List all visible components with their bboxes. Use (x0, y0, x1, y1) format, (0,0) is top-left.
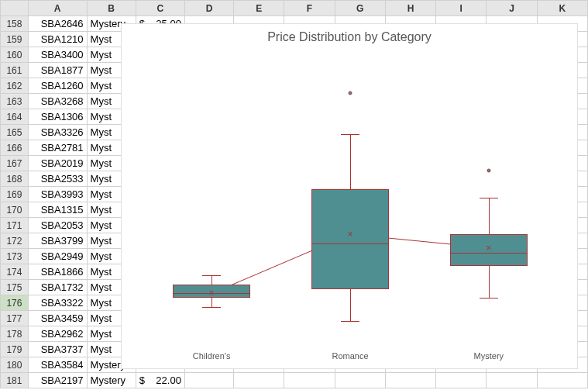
column-header-K[interactable]: K (537, 1, 587, 16)
row-header[interactable]: 179 (1, 342, 29, 357)
row-header[interactable]: 175 (1, 280, 29, 295)
whisker-lower-Romance (350, 289, 351, 321)
whisker-upper-Children's (211, 275, 212, 285)
cell-A181[interactable]: SBA2197 (28, 373, 87, 388)
cell-E181[interactable] (234, 373, 284, 388)
column-header-E[interactable]: E (234, 1, 284, 16)
mean-Children's: × (209, 288, 215, 299)
cell-A160[interactable]: SBA3400 (28, 47, 87, 63)
cell-J181[interactable] (487, 373, 537, 388)
row-header[interactable]: 168 (1, 171, 29, 187)
median-Romance (311, 243, 389, 244)
column-header-B[interactable]: B (87, 1, 136, 16)
outlier-Mystery-0 (487, 169, 490, 173)
cell-A159[interactable]: SBA1210 (28, 32, 87, 47)
cell-A164[interactable]: SBA1306 (28, 109, 87, 125)
cell-A171[interactable]: SBA2053 (28, 218, 87, 233)
column-header-J[interactable]: J (487, 1, 537, 16)
cell-A165[interactable]: SBA3326 (28, 125, 87, 140)
cell-A163[interactable]: SBA3268 (28, 94, 87, 109)
whisker-cap-lower-Children's (202, 307, 221, 308)
cell-A170[interactable]: SBA1315 (28, 202, 87, 218)
cell-A179[interactable]: SBA3737 (28, 342, 87, 357)
column-header-I[interactable]: I (436, 1, 487, 16)
cell-A176[interactable]: SBA3322 (28, 295, 87, 311)
whisker-cap-upper-Romance (341, 134, 359, 135)
cell-H181[interactable] (385, 373, 435, 388)
column-header-H[interactable]: H (385, 1, 435, 16)
row-header[interactable]: 169 (1, 187, 29, 202)
category-label-0: Children's (193, 351, 231, 361)
row-header[interactable]: 163 (1, 94, 29, 109)
cell-A174[interactable]: SBA1866 (28, 264, 87, 280)
cell-A180[interactable]: SBA3584 (28, 357, 87, 373)
whisker-cap-upper-Children's (202, 275, 221, 276)
row-header[interactable]: 171 (1, 218, 29, 233)
chart-title: Price Distribution by Category (122, 30, 577, 44)
mean-Romance: × (347, 229, 352, 240)
cell-A167[interactable]: SBA2019 (28, 156, 87, 171)
cell-A177[interactable]: SBA3459 (28, 311, 87, 326)
cell-A162[interactable]: SBA1260 (28, 78, 87, 94)
row-header[interactable]: 160 (1, 47, 29, 63)
select-all-corner[interactable] (1, 1, 29, 16)
whisker-upper-Mystery (489, 198, 490, 234)
column-header-D[interactable]: D (184, 1, 233, 16)
column-headers[interactable]: ABCDEFGHIJK (1, 1, 588, 16)
whisker-cap-upper-Mystery (480, 198, 498, 198)
cell-A173[interactable]: SBA2949 (28, 249, 87, 264)
row-header[interactable]: 170 (1, 202, 29, 218)
row-header[interactable]: 181 (1, 373, 29, 388)
cell-A172[interactable]: SBA3799 (28, 233, 87, 249)
row-header[interactable]: 166 (1, 140, 29, 156)
cell-C181[interactable]: $22.00 (136, 373, 184, 388)
row-header[interactable]: 174 (1, 264, 29, 280)
whisker-upper-Romance (350, 134, 351, 188)
whisker-cap-lower-Romance (341, 321, 359, 322)
cell-K181[interactable] (537, 373, 587, 388)
whisker-lower-Mystery (489, 266, 490, 298)
cell-I181[interactable] (436, 373, 487, 388)
cell-A166[interactable]: SBA2781 (28, 140, 87, 156)
row-header[interactable]: 173 (1, 249, 29, 264)
cell-A175[interactable]: SBA1732 (28, 280, 87, 295)
column-header-C[interactable]: C (136, 1, 184, 16)
cell-A158[interactable]: SBA2646 (28, 16, 87, 32)
row-header[interactable]: 177 (1, 311, 29, 326)
cell-A169[interactable]: SBA3993 (28, 187, 87, 202)
chart-object[interactable]: Price Distribution by Category ××× Child… (121, 23, 578, 369)
row-header[interactable]: 159 (1, 32, 29, 47)
cell-A178[interactable]: SBA2962 (28, 326, 87, 342)
cell-A168[interactable]: SBA2533 (28, 171, 87, 187)
row-header[interactable]: 176 (1, 295, 29, 311)
column-header-G[interactable]: G (335, 1, 385, 16)
column-header-F[interactable]: F (284, 1, 335, 16)
row-header[interactable]: 167 (1, 156, 29, 171)
row-header[interactable]: 158 (1, 16, 29, 32)
whisker-cap-lower-Mystery (480, 298, 498, 299)
cell-F181[interactable] (284, 373, 335, 388)
whisker-lower-Children's (211, 298, 212, 307)
row-header[interactable]: 161 (1, 63, 29, 78)
category-label-1: Romance (332, 351, 368, 361)
row-header[interactable]: 162 (1, 78, 29, 94)
row-header[interactable]: 164 (1, 109, 29, 125)
cell-D181[interactable] (184, 373, 233, 388)
outlier-Romance-0 (349, 91, 352, 95)
row-header[interactable]: 178 (1, 326, 29, 342)
cell-B181[interactable]: Mystery (87, 373, 136, 388)
row-header[interactable]: 180 (1, 357, 29, 373)
category-label-2: Mystery (474, 351, 504, 361)
column-header-A[interactable]: A (28, 1, 87, 16)
row-header[interactable]: 172 (1, 233, 29, 249)
cell-G181[interactable] (335, 373, 385, 388)
cell-A161[interactable]: SBA1877 (28, 63, 87, 78)
row-header[interactable]: 165 (1, 125, 29, 140)
row-181[interactable]: 181SBA2197Mystery$22.00 (1, 373, 588, 388)
mean-Mystery: × (486, 243, 491, 254)
chart-plot-area: ××× (140, 71, 559, 342)
